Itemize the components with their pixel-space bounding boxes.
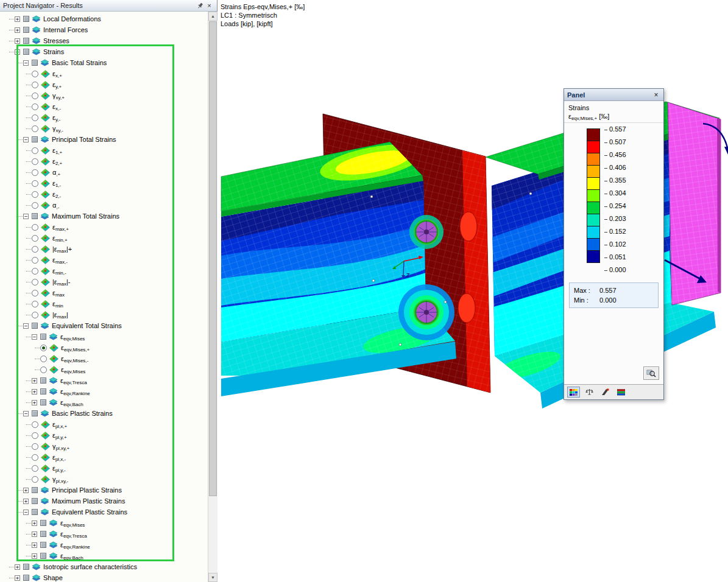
result-radio[interactable]	[32, 421, 38, 428]
tree-branch-item[interactable]: +εeqv,Tresca	[0, 375, 208, 386]
panel-options-button[interactable]	[643, 366, 659, 380]
tree-branch-item[interactable]: −Principal Total Strains	[0, 134, 208, 145]
visibility-checkbox[interactable]	[23, 27, 29, 33]
visibility-checkbox[interactable]	[32, 509, 38, 515]
expand-icon[interactable]: +	[15, 564, 20, 570]
result-radio[interactable]	[32, 71, 38, 77]
expand-icon[interactable]: +	[15, 575, 20, 581]
color-bars-tab-button[interactable]	[615, 387, 627, 398]
tree-leaf-item[interactable]: ε2,-	[0, 189, 208, 200]
scroll-down-button[interactable]: ▼	[208, 573, 217, 582]
collapse-icon[interactable]: −	[15, 49, 20, 55]
panel-titlebar[interactable]: Panel ×	[564, 89, 663, 101]
tree-branch-item[interactable]: +εeqv,Rankine	[0, 386, 208, 397]
tree-leaf-item[interactable]: γxy,+	[0, 90, 208, 101]
expand-icon[interactable]: +	[23, 499, 29, 504]
tree-branch-item[interactable]: +εeqv,Mises	[0, 517, 208, 528]
tree-leaf-item[interactable]: εy,+	[0, 79, 208, 90]
result-radio[interactable]	[32, 246, 38, 253]
tree-leaf-item[interactable]: ε1,+	[0, 145, 208, 156]
visibility-checkbox[interactable]	[32, 487, 38, 493]
visibility-checkbox[interactable]	[32, 136, 38, 142]
result-radio[interactable]	[32, 202, 38, 209]
visibility-checkbox[interactable]	[40, 531, 46, 537]
result-radio[interactable]	[40, 345, 47, 351]
result-radio[interactable]	[32, 93, 38, 99]
visibility-checkbox[interactable]	[40, 377, 46, 384]
visibility-checkbox[interactable]	[23, 38, 29, 44]
tree-leaf-item[interactable]: εpl,x,-	[0, 452, 208, 463]
tree-branch-item[interactable]: −Equivalent Plastic Strains	[0, 507, 208, 517]
tree-leaf-item[interactable]: εmax	[0, 287, 208, 298]
result-radio[interactable]	[32, 224, 38, 231]
pin-icon[interactable]	[196, 1, 205, 10]
expand-icon[interactable]: +	[15, 27, 20, 33]
tree-branch-item[interactable]: +Maximum Plastic Strains	[0, 496, 208, 507]
tree-leaf-item[interactable]: ε1,-	[0, 178, 208, 189]
tree-branch-item[interactable]: +Principal Plastic Strains	[0, 485, 208, 496]
tree-leaf-item[interactable]: |εmax|+	[0, 244, 208, 254]
filter-tab-button[interactable]	[599, 387, 612, 398]
tree-branch-item[interactable]: −Basic Plastic Strains	[0, 408, 208, 419]
result-radio[interactable]	[32, 301, 38, 307]
visibility-checkbox[interactable]	[40, 388, 46, 394]
result-radio[interactable]	[32, 114, 38, 121]
collapse-icon[interactable]: −	[23, 137, 29, 142]
tree-branch-item[interactable]: −Strains	[0, 46, 208, 57]
result-radio[interactable]	[32, 454, 38, 461]
expand-icon[interactable]: +	[32, 542, 37, 548]
tree-branch-item[interactable]: −εeqv,Mises	[0, 331, 208, 342]
visibility-checkbox[interactable]	[23, 564, 29, 570]
expand-icon[interactable]: +	[15, 38, 20, 44]
tree-branch-item[interactable]: +Stresses	[0, 35, 208, 46]
tree-leaf-item[interactable]: εmin,-	[0, 265, 208, 276]
result-radio[interactable]	[32, 312, 38, 318]
tree-branch-item[interactable]: +εeqv,Rankine	[0, 539, 208, 550]
tree-leaf-item[interactable]: εx,+	[0, 68, 208, 79]
visibility-checkbox[interactable]	[40, 334, 46, 340]
expand-icon[interactable]: +	[15, 16, 20, 22]
tree-leaf-item[interactable]: γxy,-	[0, 123, 208, 134]
result-radio[interactable]	[32, 268, 38, 275]
result-radio[interactable]	[32, 180, 38, 187]
result-radio[interactable]	[40, 356, 47, 362]
scroll-up-button[interactable]: ▲	[208, 12, 217, 21]
tree-branch-item[interactable]: +Internal Forces	[0, 24, 208, 35]
result-radio[interactable]	[32, 443, 38, 450]
factors-tab-button[interactable]	[583, 387, 596, 398]
visibility-checkbox[interactable]	[40, 542, 46, 548]
result-radio[interactable]	[32, 103, 38, 110]
collapse-icon[interactable]: −	[32, 334, 37, 340]
collapse-icon[interactable]: −	[23, 411, 29, 416]
result-radio[interactable]	[32, 257, 38, 264]
tree-leaf-item[interactable]: εmax,+	[0, 222, 208, 233]
visibility-checkbox[interactable]	[40, 553, 46, 559]
result-radio[interactable]	[32, 279, 38, 286]
tree-branch-item[interactable]: +Shape	[0, 572, 208, 582]
expand-icon[interactable]: +	[32, 378, 37, 384]
expand-icon[interactable]: +	[32, 400, 37, 405]
close-icon[interactable]: ×	[652, 91, 660, 99]
tree-branch-item[interactable]: −Equivalent Total Strains	[0, 320, 208, 331]
tree-leaf-item[interactable]: εmin,+	[0, 233, 208, 244]
tree-branch-item[interactable]: +Isotropic surface characteristics	[0, 561, 208, 572]
collapse-icon[interactable]: −	[23, 214, 29, 219]
visibility-checkbox[interactable]	[23, 16, 29, 22]
tree-leaf-item[interactable]: εy,-	[0, 112, 208, 123]
result-radio[interactable]	[32, 147, 38, 154]
result-radio[interactable]	[32, 432, 38, 439]
visibility-checkbox[interactable]	[32, 410, 38, 416]
tree-leaf-item[interactable]: εpl,y,-	[0, 463, 208, 474]
close-icon[interactable]: ×	[205, 1, 214, 10]
result-radio[interactable]	[32, 235, 38, 242]
tree-branch-item[interactable]: +εeqv,Bach	[0, 550, 208, 561]
result-radio[interactable]	[32, 125, 38, 132]
visibility-checkbox[interactable]	[32, 323, 38, 329]
visibility-checkbox[interactable]	[23, 575, 29, 581]
result-radio[interactable]	[32, 158, 38, 165]
visibility-checkbox[interactable]	[23, 49, 29, 55]
tree-leaf-item[interactable]: εeqv,Mises	[0, 364, 208, 375]
tree-leaf-item[interactable]: γpl,xy,-	[0, 474, 208, 485]
expand-icon[interactable]: +	[23, 488, 29, 493]
tree-branch-item[interactable]: −Maximum Total Strains	[0, 211, 208, 222]
